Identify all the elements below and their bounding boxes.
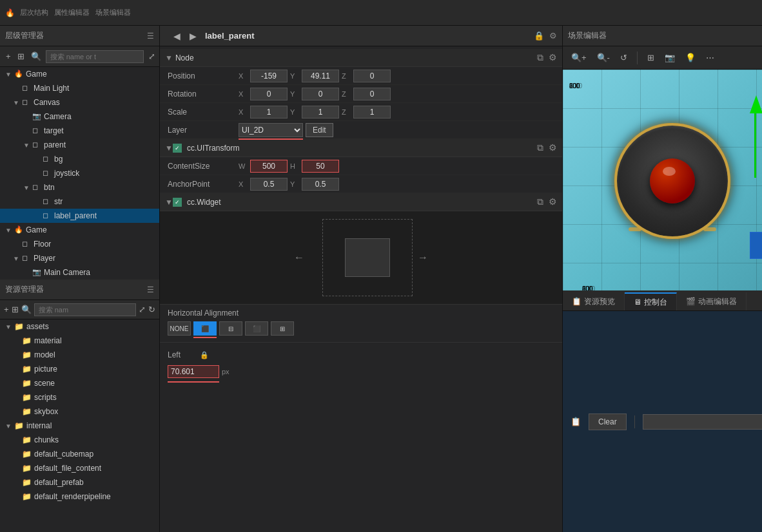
rotation-x-input[interactable] — [250, 88, 288, 100]
filter-button[interactable]: ⊞ — [15, 50, 26, 62]
scene-objects — [563, 70, 762, 290]
folder-material[interactable]: 📁 material — [0, 334, 159, 348]
add-asset-button[interactable]: + — [4, 305, 9, 314]
px-unit-label: px — [222, 368, 230, 375]
uitransform-section-header[interactable]: ▼ ✓ cc.UITransform ⧉ ⚙ — [160, 139, 562, 157]
add-node-button[interactable]: + — [4, 50, 13, 62]
light-button[interactable]: 💡 — [682, 51, 699, 64]
tree-item-joystick[interactable]: ◻ joystick — [0, 166, 159, 180]
zoom-in-button[interactable]: 🔍+ — [568, 51, 590, 64]
folder-assets[interactable]: ▼ 📁 assets — [0, 319, 159, 334]
align-center-button[interactable]: ⊟ — [219, 321, 242, 336]
tree-item-camera[interactable]: 📷 Camera — [0, 109, 159, 124]
scale-y-input[interactable] — [302, 106, 339, 119]
folder-default-prefab[interactable]: 📁 default_prefab — [0, 475, 159, 489]
expand-button[interactable]: ⤢ — [146, 50, 157, 62]
folder-default-cubemap[interactable]: 📁 default_cubemap — [0, 447, 159, 461]
left-value-input[interactable] — [168, 365, 219, 378]
gear-icon[interactable]: ⚙ — [549, 196, 557, 207]
tree-item-floor[interactable]: ◻ Floor — [0, 237, 159, 251]
settings-button[interactable]: ⚙ — [549, 31, 557, 41]
refresh-asset-button[interactable]: ↻ — [148, 305, 155, 314]
contentsize-h-input[interactable] — [302, 160, 339, 173]
folder-model[interactable]: 📁 model — [0, 348, 159, 362]
tree-item-target[interactable]: ◻ target — [0, 124, 159, 138]
align-stretch-button[interactable]: ⊞ — [271, 321, 294, 336]
tree-item-label-parent[interactable]: ◻ label_parent — [0, 209, 159, 223]
refresh-viewport-button[interactable]: ↺ — [617, 51, 630, 64]
align-none-button[interactable]: NONE — [168, 321, 191, 336]
tree-item-main-light[interactable]: ◻ Main Light — [0, 81, 159, 95]
copy-icon[interactable]: ⧉ — [537, 142, 543, 153]
tab-animation[interactable]: 🎬 动画编辑器 — [677, 292, 747, 310]
nav-back-button[interactable]: ◀ — [170, 30, 184, 43]
scale-x-input[interactable] — [250, 106, 288, 119]
folder-scripts[interactable]: 📁 scripts — [0, 390, 159, 404]
hierarchy-menu-icon[interactable]: ☰ — [147, 32, 154, 41]
expand-asset-button[interactable]: ⤢ — [139, 305, 146, 314]
folder-skybox[interactable]: 📁 skybox — [0, 404, 159, 419]
tab-assets-preview[interactable]: 📋 资源预览 — [563, 292, 625, 310]
align-left-button[interactable]: ⬛ — [193, 321, 217, 336]
tree-item-main-camera[interactable]: 📷 Main Camera — [0, 265, 159, 280]
copy-icon[interactable]: ⧉ — [537, 52, 543, 63]
contentsize-w-input[interactable] — [250, 160, 288, 173]
search-icon[interactable]: 🔍 — [29, 50, 43, 62]
node-icon: ◻ — [43, 155, 52, 164]
rotation-z-input[interactable] — [353, 88, 391, 100]
folder-default-renderpipeline[interactable]: 📁 default_renderpipeline — [0, 489, 159, 504]
tree-item-bg[interactable]: ◻ bg — [0, 152, 159, 166]
filter-asset-button[interactable]: ⊞ — [12, 305, 19, 314]
more-button[interactable]: ⋯ — [703, 51, 718, 64]
tree-label: Main Light — [34, 84, 69, 93]
gear-icon[interactable]: ⚙ — [549, 52, 557, 63]
arrow-icon — [23, 128, 31, 135]
tree-item-canvas[interactable]: ▼ ◻ Canvas — [0, 95, 159, 109]
position-x-input[interactable] — [250, 70, 288, 82]
folder-chunks[interactable]: 📁 chunks — [0, 433, 159, 447]
align-right-button[interactable]: ⬛ — [245, 321, 268, 336]
folder-picture[interactable]: 📁 picture — [0, 362, 159, 376]
gear-icon[interactable]: ⚙ — [549, 142, 557, 153]
position-z-input[interactable] — [353, 70, 391, 82]
rotation-y-input[interactable] — [302, 88, 339, 100]
anchorpoint-x-input[interactable] — [250, 178, 288, 191]
search-asset-icon[interactable]: 🔍 — [21, 305, 32, 314]
zoom-out-button[interactable]: 🔍- — [594, 51, 613, 64]
section-icons: ⧉ ⚙ — [537, 142, 557, 153]
console-search-input[interactable] — [643, 414, 762, 430]
folder-internal[interactable]: ▼ 📁 internal — [0, 419, 159, 433]
folder-default-file-content[interactable]: 📁 default_file_content — [0, 461, 159, 475]
tree-item-str[interactable]: ◻ str — [0, 195, 159, 209]
tree-item-player[interactable]: ▼ ◻ Player — [0, 251, 159, 265]
hierarchy-search-input[interactable] — [46, 50, 144, 63]
tree-item-btn[interactable]: ▼ ◻ btn — [0, 180, 159, 195]
folder-scene[interactable]: 📁 scene — [0, 376, 159, 390]
node-section-header[interactable]: ▼ Node ⧉ ⚙ — [160, 49, 562, 67]
component-enabled-check[interactable]: ✓ — [173, 144, 182, 153]
grid-button[interactable]: ⊞ — [644, 51, 658, 64]
component-enabled-check[interactable]: ✓ — [173, 198, 182, 207]
clear-button[interactable]: Clear — [589, 413, 627, 430]
widget-section-header[interactable]: ▼ ✓ cc.Widget ⧉ ⚙ — [160, 193, 562, 211]
inspector-panel: ◀ ▶ label_parent 🔒 ⚙ ▼ Node ⧉ ⚙ Positio — [160, 26, 563, 532]
asset-search-input[interactable] — [34, 303, 136, 316]
tree-item-parent[interactable]: ▼ ◻ parent — [0, 138, 159, 152]
layer-select[interactable]: UI_2D DEFAULT — [239, 123, 303, 137]
arrow-icon — [13, 437, 21, 444]
copy-icon[interactable]: ⧉ — [537, 196, 543, 207]
anchorpoint-y-input[interactable] — [302, 178, 339, 191]
position-y-input[interactable] — [302, 70, 339, 82]
asset-menu-icon[interactable]: ☰ — [147, 285, 154, 294]
tab-console[interactable]: 🖥 控制台 — [625, 292, 677, 310]
arrow-icon — [13, 465, 21, 472]
scale-z-input[interactable] — [353, 106, 391, 119]
tree-item-game1[interactable]: ▼ 🔥 Game — [0, 67, 159, 81]
layer-edit-button[interactable]: Edit — [306, 123, 333, 137]
tree-item-game2[interactable]: ▼ 🔥 Game — [0, 223, 159, 237]
nav-forward-button[interactable]: ▶ — [186, 30, 200, 43]
camera-button[interactable]: 📷 — [661, 51, 678, 64]
arrow-icon: ▼ — [5, 323, 13, 330]
lock-button[interactable]: 🔒 — [534, 31, 544, 41]
node-icon: ◻ — [32, 126, 41, 135]
